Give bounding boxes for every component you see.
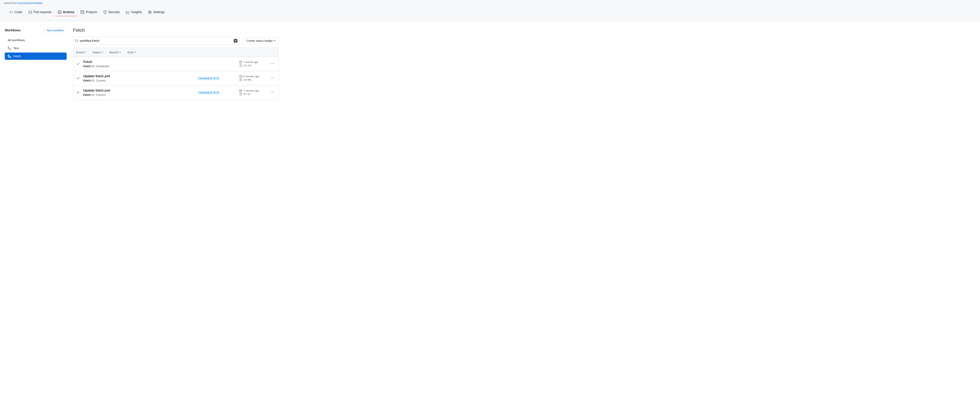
sidebar-item-label: Fetch — [13, 54, 21, 58]
run-branch: release/2.0.0 — [197, 76, 236, 80]
sidebar-item-test[interactable]: Test — [5, 44, 67, 52]
git-pull-request-icon — [28, 10, 32, 14]
tab-pulls-label: Pull requests — [33, 10, 51, 14]
run-row[interactable]: Fetch Fetch #3: Scheduled 1 minute ago 1… — [73, 57, 278, 71]
check-icon — [76, 76, 80, 80]
play-icon — [58, 10, 61, 14]
repo-tabs: Code Pull requests Actions Projects Secu… — [3, 8, 977, 16]
tab-actions[interactable]: Actions — [55, 8, 78, 16]
run-status — [76, 76, 80, 80]
run-main: Fetch Fetch #3: Scheduled — [83, 60, 194, 68]
run-main: Update fetch.yml Fetch #1: Commit — [83, 89, 194, 97]
tab-insights[interactable]: Insights — [123, 8, 145, 16]
caret-down-icon — [119, 52, 121, 53]
run-meta: 7 minutes ago 2m 2s — [239, 89, 267, 96]
run-menu-button[interactable] — [270, 90, 275, 96]
run-time: 7 minutes ago — [239, 89, 267, 92]
branch-label[interactable]: release/2.0.0 — [197, 76, 220, 80]
new-workflow-button[interactable]: New workflow — [44, 27, 67, 33]
sidebar-item-label: All workflows — [8, 38, 25, 42]
run-meta: 1 minute ago 1m 12s — [239, 60, 267, 67]
forked-from-line: forked from kevinschaich/mintable — [4, 2, 977, 5]
run-menu-button[interactable] — [270, 75, 275, 81]
run-status — [76, 91, 80, 95]
workflow-icon — [8, 47, 11, 50]
caret-down-icon — [274, 40, 275, 41]
run-main: Update fetch.yml Fetch #2: Commit — [83, 74, 194, 82]
tab-security-label: Security — [108, 10, 120, 14]
sidebar-title: Workflows — [5, 29, 21, 32]
stopwatch-icon — [239, 78, 242, 81]
tab-insights-label: Insights — [131, 10, 142, 14]
run-subtitle: Fetch #3: Scheduled — [83, 65, 194, 68]
kebab-icon — [271, 76, 274, 79]
check-icon — [76, 62, 80, 65]
runs-list: Event Status Branch Actor Fetch Fetch #3… — [73, 48, 279, 100]
check-icon — [76, 91, 80, 94]
content-area: Fetch Create status badge Event Status B… — [73, 27, 279, 100]
branch-label[interactable]: release/2.0.0 — [197, 91, 220, 94]
run-row[interactable]: Update fetch.yml Fetch #1: Commit releas… — [73, 86, 278, 100]
stopwatch-icon — [239, 93, 242, 95]
forked-prefix: forked from — [4, 2, 18, 5]
run-title[interactable]: Update fetch.yml — [83, 89, 194, 92]
run-branch: release/2.0.0 — [197, 91, 236, 94]
run-time: 6 minutes ago — [239, 75, 267, 78]
sidebar-item-label: Test — [13, 46, 19, 50]
run-status — [76, 62, 80, 66]
search-input[interactable] — [78, 38, 234, 43]
forked-repo-link[interactable]: kevinschaich/mintable — [18, 2, 42, 5]
run-duration: 2m 2s — [239, 92, 267, 95]
sidebar-item-all-workflows[interactable]: All workflows — [5, 37, 67, 44]
shield-icon — [103, 10, 107, 14]
create-status-badge-button[interactable]: Create status badge — [243, 37, 279, 44]
run-duration: 1m 56s — [239, 78, 267, 81]
filter-actor[interactable]: Actor — [127, 51, 137, 54]
kebab-icon — [271, 62, 274, 65]
tab-settings[interactable]: Settings — [145, 8, 168, 16]
run-subtitle: Fetch #1: Commit — [83, 93, 194, 97]
search-box[interactable] — [73, 37, 240, 44]
calendar-icon — [239, 61, 242, 64]
tab-security[interactable]: Security — [100, 8, 123, 16]
workflows-sidebar: Workflows New workflow All workflows Tes… — [5, 27, 67, 100]
filter-status[interactable]: Status — [92, 51, 103, 54]
tab-pull-requests[interactable]: Pull requests — [25, 8, 55, 16]
run-meta: 6 minutes ago 1m 56s — [239, 75, 267, 81]
run-time: 1 minute ago — [239, 60, 267, 64]
tab-actions-label: Actions — [63, 10, 75, 14]
tab-code[interactable]: Code — [6, 8, 25, 16]
filter-header: Event Status Branch Actor — [73, 48, 278, 57]
repo-header: forked from kevinschaich/mintable Code P… — [0, 0, 980, 21]
calendar-icon — [239, 75, 242, 78]
project-icon — [81, 10, 84, 14]
run-subtitle: Fetch #2: Commit — [83, 79, 194, 82]
search-icon — [75, 39, 78, 42]
tab-code-label: Code — [14, 10, 22, 14]
filter-branch[interactable]: Branch — [109, 51, 121, 54]
workflow-icon — [8, 55, 11, 58]
caret-down-icon — [84, 52, 86, 53]
x-icon — [234, 40, 237, 42]
tab-settings-label: Settings — [153, 10, 165, 14]
gear-icon — [148, 10, 152, 14]
calendar-icon — [239, 89, 242, 92]
graph-icon — [126, 10, 130, 14]
run-duration: 1m 12s — [239, 64, 267, 67]
kebab-icon — [271, 91, 274, 94]
clear-search-button[interactable] — [234, 39, 237, 43]
run-title[interactable]: Fetch — [83, 60, 194, 64]
caret-down-icon — [102, 52, 103, 53]
page-title: Fetch — [73, 27, 279, 33]
code-icon — [10, 10, 13, 14]
tab-projects[interactable]: Projects — [78, 8, 100, 16]
run-row[interactable]: Update fetch.yml Fetch #2: Commit releas… — [73, 71, 278, 86]
status-badge-label: Create status badge — [246, 39, 273, 42]
stopwatch-icon — [239, 64, 242, 67]
caret-down-icon — [135, 52, 137, 53]
run-menu-button[interactable] — [270, 61, 275, 67]
sidebar-item-fetch[interactable]: Fetch — [5, 52, 67, 60]
run-title[interactable]: Update fetch.yml — [83, 74, 194, 78]
filter-event[interactable]: Event — [76, 51, 86, 54]
tab-projects-label: Projects — [86, 10, 97, 14]
